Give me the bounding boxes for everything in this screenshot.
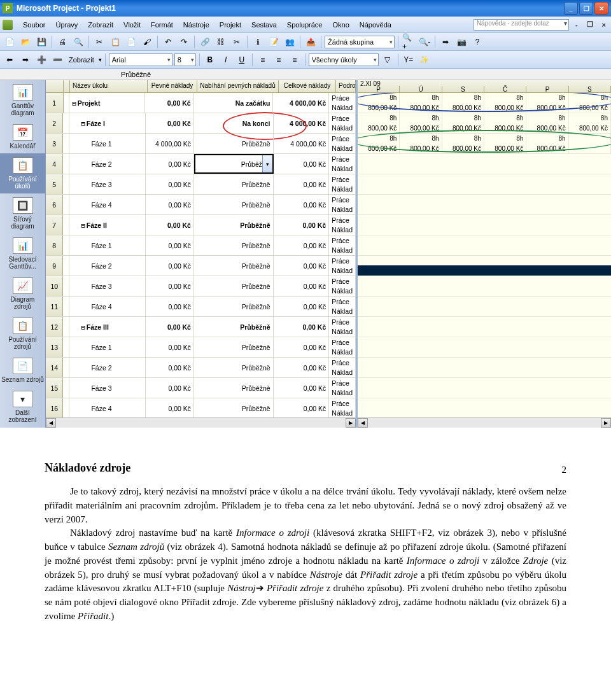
- total-cost-cell[interactable]: 4 000,00 Kč: [273, 93, 329, 113]
- preview-button[interactable]: 🔍: [71, 35, 85, 49]
- italic-button[interactable]: I: [219, 53, 233, 67]
- scroll-left-button[interactable]: ◀: [46, 418, 56, 428]
- total-cost-cell[interactable]: 0,00 Kč: [274, 358, 330, 377]
- table-row[interactable]: 12⊟Fáze III0,00 KčPrůběžně0,00 KčPráceNá…: [46, 317, 356, 337]
- font-dropdown[interactable]: Arial: [109, 53, 172, 66]
- undo-button[interactable]: ↶: [161, 35, 175, 49]
- accrual-cell[interactable]: Průběžně: [194, 134, 274, 153]
- fixed-cost-cell[interactable]: 0,00 Kč: [146, 256, 194, 276]
- filter-y-button[interactable]: Y=: [402, 53, 416, 67]
- maximize-button[interactable]: ❐: [579, 2, 593, 15]
- menu-vložit[interactable]: Vložit: [118, 19, 146, 31]
- table-row[interactable]: 14Fáze 20,00 KčPrůběžně0,00 KčPráceNákla…: [46, 358, 356, 378]
- hours-cell[interactable]: 8h: [400, 113, 442, 123]
- publish-button[interactable]: 📤: [304, 35, 318, 49]
- cost-cell[interactable]: 800,00 Kč: [358, 123, 400, 134]
- row-id[interactable]: 2: [46, 113, 63, 133]
- hours-cell[interactable]: 8h: [484, 113, 526, 123]
- hours-cell[interactable]: 8h: [442, 93, 484, 103]
- menu-nástroje[interactable]: Nástroje: [178, 19, 214, 31]
- task-name-cell[interactable]: Fáze 3: [69, 378, 146, 398]
- row-id[interactable]: 11: [46, 297, 63, 316]
- zoom-in-button[interactable]: 🔍+: [402, 35, 416, 49]
- row-id[interactable]: 9: [46, 256, 63, 276]
- col-total-cost[interactable]: Celkové náklady: [279, 80, 336, 92]
- goto-button[interactable]: ➡: [439, 35, 453, 49]
- fixed-cost-cell[interactable]: 0,00 Kč: [146, 174, 194, 194]
- accrual-cell[interactable]: Průběžně: [194, 398, 274, 417]
- total-cost-cell[interactable]: 0,00 Kč: [274, 317, 330, 337]
- hours-cell[interactable]: 8h: [358, 134, 400, 144]
- cost-cell[interactable]: 800,00 Kč: [442, 123, 484, 134]
- cost-cell[interactable]: 800,00 Kč: [484, 103, 526, 113]
- accrual-cell[interactable]: Průběžně: [194, 256, 274, 276]
- total-cost-cell[interactable]: 0,00 Kč: [274, 276, 330, 296]
- table-row[interactable]: 6Fáze 40,00 KčPrůběžně0,00 KčPráceNáklad: [46, 195, 356, 215]
- accrual-cell[interactable]: Průběžně: [194, 174, 274, 194]
- viewbar-item[interactable]: 📋Používání zdrojů: [0, 314, 45, 354]
- menu-nápověda[interactable]: Nápověda: [355, 19, 397, 31]
- row-id[interactable]: 16: [46, 398, 63, 417]
- cost-cell[interactable]: 800,00 Kč: [526, 103, 568, 113]
- table-row[interactable]: 16Fáze 40,00 KčPrůběžně0,00 KčPráceNákla…: [46, 398, 356, 417]
- cost-cell[interactable]: 800,00 Kč: [569, 123, 611, 134]
- total-cost-cell[interactable]: 0,00 Kč: [274, 154, 330, 174]
- col-fixed-cost[interactable]: Pevné náklady: [148, 80, 197, 92]
- size-dropdown[interactable]: 8: [174, 53, 196, 66]
- col-name[interactable]: Název úkolu: [70, 80, 148, 92]
- notes-button[interactable]: 📝: [267, 35, 281, 49]
- copy-button[interactable]: 📋: [108, 35, 122, 49]
- close-button[interactable]: ✕: [594, 2, 608, 15]
- viewbar-item[interactable]: 📋Používání úkolů: [0, 153, 45, 193]
- table-row[interactable]: 3Fáze 14 000,00 KčPrůběžně4 000,00 KčPrá…: [46, 134, 356, 154]
- format-painter-button[interactable]: 🖌: [140, 35, 154, 49]
- unlink-button[interactable]: ⛓: [214, 35, 228, 49]
- fixed-cost-cell[interactable]: 0,00 Kč: [146, 113, 194, 133]
- table-row[interactable]: 7⊟Fáze II0,00 KčPrůběžně0,00 KčPráceNákl…: [46, 215, 356, 235]
- accrual-cell[interactable]: Na začátku: [194, 93, 274, 113]
- hours-cell[interactable]: 8h: [484, 93, 526, 103]
- row-id[interactable]: 4: [46, 154, 63, 174]
- viewbar-item[interactable]: ▾Další zobrazení: [0, 387, 45, 427]
- cost-cell[interactable]: 800,00 Kč: [526, 144, 568, 154]
- fixed-cost-cell[interactable]: 0,00 Kč: [146, 195, 194, 214]
- viewbar-item[interactable]: 📊Sledovací Ganttův...: [0, 234, 45, 274]
- save-button[interactable]: 💾: [34, 35, 48, 49]
- show-sub-button[interactable]: ➕: [34, 53, 48, 67]
- cut-button[interactable]: ✂: [92, 35, 106, 49]
- accrual-cell[interactable]: Průběžně: [194, 297, 274, 316]
- task-name-cell[interactable]: Fáze 4: [69, 398, 146, 417]
- viewbar-item[interactable]: 📄Seznam zdrojů: [0, 354, 45, 387]
- copy-pic-button[interactable]: 📷: [454, 35, 468, 49]
- hours-cell[interactable]: 8h: [358, 113, 400, 123]
- doc-minimize-button[interactable]: -: [573, 21, 580, 29]
- task-name-cell[interactable]: Fáze 2: [69, 256, 146, 276]
- align-center-button[interactable]: ≡: [272, 53, 286, 67]
- total-cost-cell[interactable]: 4 000,00 Kč: [274, 134, 330, 153]
- cost-cell[interactable]: 800,00 Kč: [442, 103, 484, 113]
- row-id[interactable]: 5: [46, 174, 63, 194]
- total-cost-cell[interactable]: 0,00 Kč: [274, 235, 330, 255]
- col-accrual[interactable]: Nabíhání pevných nákladů: [197, 80, 279, 92]
- accrual-cell[interactable]: Průběžně: [194, 215, 274, 235]
- help-search-input[interactable]: Nápověda - zadejte dotaz: [474, 19, 569, 31]
- table-row[interactable]: 5Fáze 30,00 KčPrůběžně0,00 KčPráceNáklad: [46, 174, 356, 195]
- table-row[interactable]: 10Fáze 30,00 KčPrůběžně0,00 KčPráceNákla…: [46, 276, 356, 297]
- hide-sub-button[interactable]: ➖: [50, 53, 64, 67]
- total-cost-cell[interactable]: 0,00 Kč: [274, 398, 330, 417]
- cost-cell[interactable]: 800,00 Kč: [484, 144, 526, 154]
- total-cost-cell[interactable]: 0,00 Kč: [274, 337, 330, 357]
- row-id[interactable]: 13: [46, 337, 63, 357]
- hours-cell[interactable]: [569, 134, 611, 144]
- menu-formát[interactable]: Formát: [146, 19, 178, 31]
- cost-cell[interactable]: 800,00 Kč: [526, 123, 568, 134]
- hours-cell[interactable]: 8h: [569, 113, 611, 123]
- total-cost-cell[interactable]: 0,00 Kč: [274, 215, 330, 235]
- dropdown-arrow-icon[interactable]: ▾: [262, 155, 272, 172]
- accrual-cell[interactable]: Průběžně: [194, 337, 274, 357]
- link-button[interactable]: 🔗: [198, 35, 212, 49]
- col-id[interactable]: [46, 80, 64, 92]
- menu-zobrazit[interactable]: Zobrazit: [83, 19, 118, 31]
- scrollbar-right[interactable]: ◀ ▶: [358, 417, 611, 428]
- menu-soubor[interactable]: Soubor: [18, 19, 50, 31]
